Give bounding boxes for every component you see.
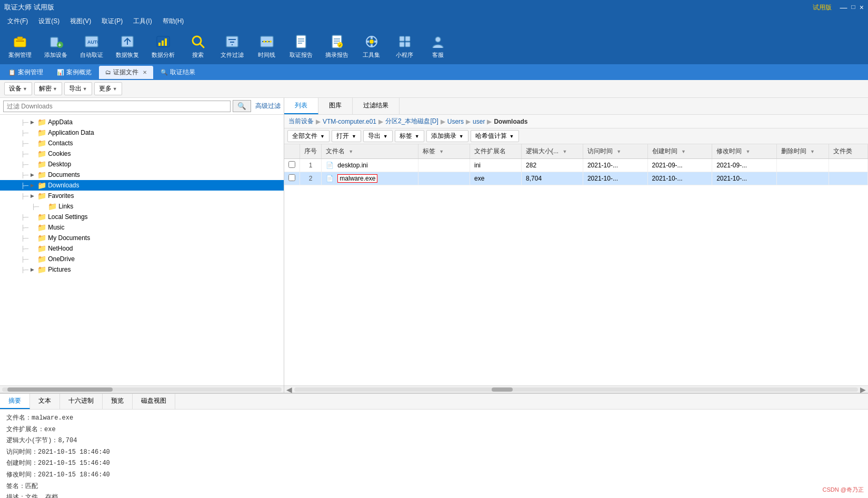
bottom-tab-hex[interactable]: 十六进制: [60, 394, 103, 409]
filter-tag[interactable]: 标签 ▼: [395, 130, 424, 142]
hscroll-right-btn[interactable]: ▶: [858, 385, 868, 394]
menu-forensics[interactable]: 取证(P): [96, 16, 128, 27]
bottom-tab-diskview[interactable]: 磁盘视图: [133, 394, 175, 409]
row1-filename[interactable]: 📄 desktop.ini: [322, 159, 418, 172]
breadcrumb-current-device[interactable]: 当前设备: [288, 117, 314, 126]
tree-item-appdata[interactable]: ├─ ▶ 📁 AppData: [0, 117, 284, 127]
view-tab-filter[interactable]: 过滤结果: [353, 98, 400, 114]
tool-miniapp[interactable]: 小程序: [390, 31, 419, 61]
action-device[interactable]: 设备 ▼: [4, 82, 32, 95]
tab-case-manager[interactable]: 📋 案例管理: [2, 66, 49, 79]
close-btn[interactable]: ×: [860, 3, 864, 12]
tool-data-analysis[interactable]: 数据分析: [147, 31, 179, 61]
col-ext[interactable]: 文件扩展名: [470, 144, 522, 159]
tool-case-manager[interactable]: 案例管理: [4, 31, 36, 61]
tool-data-recovery[interactable]: 数据恢复: [112, 31, 143, 61]
search-submit-btn[interactable]: 🔍: [233, 100, 251, 112]
action-export[interactable]: 导出 ▼: [64, 82, 92, 95]
tree-hscrollbar[interactable]: [2, 387, 282, 392]
col-modified[interactable]: 修改时间 ▼: [712, 144, 777, 159]
filter-input[interactable]: [3, 101, 231, 112]
tree-item-downloads[interactable]: ├─ ▶ 📁 Downloads: [0, 180, 284, 191]
tree-item-documents[interactable]: ├─ ▶ 📁 Documents: [0, 170, 284, 180]
menu-help[interactable]: 帮助(H): [157, 16, 189, 27]
menu-tools[interactable]: 工具(I): [128, 16, 157, 27]
col-tag[interactable]: 标签 ▼: [418, 144, 470, 159]
tab-forensics-result[interactable]: 🔍 取证结果: [154, 66, 202, 79]
view-tab-gallery[interactable]: 图库: [318, 98, 353, 114]
tree-item-links[interactable]: ├─ 📁 Links: [0, 201, 284, 212]
breadcrumb-partition[interactable]: 分区2_本地磁盘[D]: [385, 117, 438, 126]
row2-filename[interactable]: 📄 malware.exe: [322, 172, 418, 185]
bottom-tab-text[interactable]: 文本: [30, 394, 60, 409]
maximize-btn[interactable]: □: [852, 3, 855, 12]
row1-checkbox-cell[interactable]: [284, 159, 300, 172]
table-row[interactable]: 2 📄 malware.exe exe 8,704 2021-10-... 20…: [284, 172, 868, 185]
filter-add-excerpt[interactable]: 添加摘录 ▼: [426, 130, 468, 142]
tree-label-links: Links: [58, 203, 73, 210]
filter-open[interactable]: 打开 ▼: [332, 130, 361, 142]
menu-view[interactable]: 视图(V): [65, 16, 96, 27]
tool-toolset[interactable]: 工具集: [357, 31, 386, 61]
tool-excerpt-report[interactable]: ✓ 摘录报告: [321, 31, 353, 61]
bottom-tab-preview[interactable]: 预览: [103, 394, 133, 409]
col-num[interactable]: 序号: [300, 144, 322, 159]
tree-expander[interactable]: ▶: [28, 267, 36, 272]
breadcrumb-vtm[interactable]: VTM-computer.e01: [323, 118, 376, 125]
filter-export[interactable]: 导出 ▼: [363, 130, 393, 142]
tree-item-favorites[interactable]: ├─ ▶ 📁 Favorites: [0, 191, 284, 201]
tool-customer-service[interactable]: 客服: [423, 31, 452, 61]
tree-item-music[interactable]: ├─ 📁 Music: [0, 222, 284, 233]
row2-checkbox[interactable]: [288, 174, 295, 181]
tool-forensics-report[interactable]: 取证报告: [285, 31, 317, 61]
hscroll-thumb[interactable]: [492, 387, 513, 392]
advanced-filter-link[interactable]: 高级过滤: [255, 102, 281, 111]
breadcrumb-users[interactable]: Users: [447, 118, 464, 125]
tool-file-filter[interactable]: 文件过滤: [216, 31, 248, 61]
action-more[interactable]: 更多 ▼: [94, 82, 122, 95]
tree-item-appdata2[interactable]: ├─ 📁 Application Data: [0, 127, 284, 138]
tree-item-onedrive[interactable]: ├─ 📁 OneDrive: [0, 254, 284, 264]
minimize-btn[interactable]: —: [840, 3, 847, 12]
tool-search[interactable]: 搜索: [183, 31, 212, 61]
bottom-tab-summary[interactable]: 摘要: [0, 394, 30, 409]
col-created[interactable]: 创建时间 ▼: [647, 144, 712, 159]
tree-expander[interactable]: ▶: [28, 183, 36, 188]
tree-item-mydocs[interactable]: ├─ 📁 My Documents: [0, 233, 284, 243]
tab-evidence-close[interactable]: ✕: [143, 69, 147, 75]
tree-expander[interactable]: ▶: [28, 193, 36, 198]
menu-settings[interactable]: 设置(S): [33, 16, 65, 27]
tree-item-desktop[interactable]: ├─ 📁 Desktop: [0, 159, 284, 170]
filter-all-files[interactable]: 全部文件 ▼: [287, 130, 330, 142]
table-row[interactable]: 1 📄 desktop.ini ini 282 2021-10-... 2021…: [284, 159, 868, 172]
row2-checkbox-cell[interactable]: [284, 172, 300, 185]
filter-hash[interactable]: 哈希值计算 ▼: [471, 130, 519, 142]
tool-auto-forensics[interactable]: AUTO 自动取证: [76, 31, 107, 61]
tree-item-nethood[interactable]: ├─ 📁 NetHood: [0, 243, 284, 254]
tool-timeline[interactable]: 时间线: [252, 31, 281, 61]
view-tab-list[interactable]: 列表: [284, 98, 318, 114]
tree-item-cookies[interactable]: ├─ 📁 Cookies: [0, 148, 284, 159]
row1-checkbox[interactable]: [288, 161, 295, 168]
tree-item-pictures[interactable]: ├─ ▶ 📁 Pictures: [0, 264, 284, 275]
tree-item-contacts[interactable]: ├─ 📁 Contacts: [0, 138, 284, 148]
col-deleted[interactable]: 删除时间 ▼: [776, 144, 829, 159]
tree-hscrollbar-thumb[interactable]: [7, 387, 113, 392]
tab-case-overview[interactable]: 📊 案例概览: [51, 66, 98, 79]
menu-file[interactable]: 文件(F): [2, 16, 33, 27]
tree-item-localsettings[interactable]: ├─ 📁 Local Settings: [0, 212, 284, 222]
tree-label-documents: Documents: [48, 171, 80, 178]
col-size[interactable]: 逻辑大小(... ▼: [522, 144, 583, 159]
tool-add-device[interactable]: + 添加设备: [40, 31, 72, 61]
tree-expander[interactable]: ▶: [28, 119, 36, 125]
hscroll-track[interactable]: [294, 387, 858, 392]
table-hscrollbar[interactable]: ◀ ▶: [284, 385, 868, 393]
col-filetype[interactable]: 文件类: [829, 144, 868, 159]
hscroll-left-btn[interactable]: ◀: [284, 385, 294, 394]
col-filename[interactable]: 文件名 ▼: [322, 144, 418, 159]
tree-expander[interactable]: ▶: [28, 172, 36, 177]
action-decrypt[interactable]: 解密 ▼: [34, 82, 62, 95]
breadcrumb-user[interactable]: user: [473, 118, 485, 125]
tab-evidence-file[interactable]: 🗂 证据文件 ✕: [99, 66, 153, 79]
col-access[interactable]: 访问时间 ▼: [583, 144, 647, 159]
